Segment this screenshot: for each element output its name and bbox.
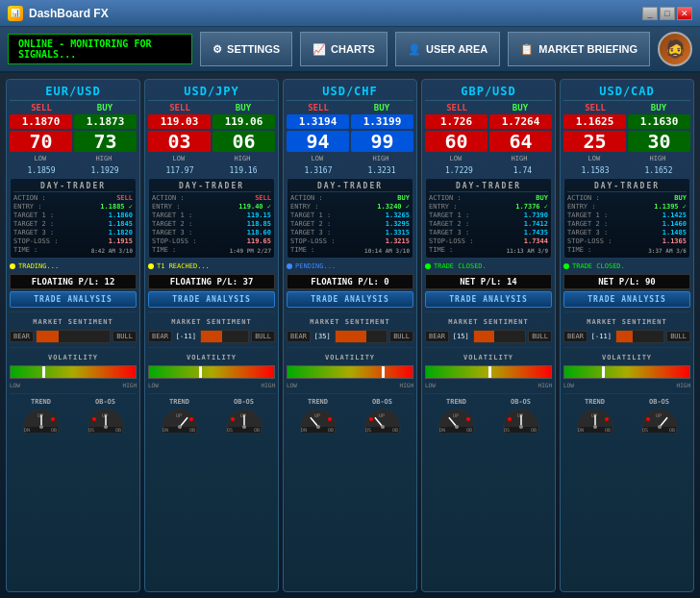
sell-full-price-gbpusd: 1.726 xyxy=(425,114,488,129)
title-bar-left: 📊 DashBoard FX xyxy=(8,6,109,21)
panel-header-gbpusd: GBP/USD xyxy=(425,83,552,101)
trade-analysis-btn-gbpusd[interactable]: TRADE ANALYSIS xyxy=(425,291,552,308)
low-price-gbpusd: 1.7229 xyxy=(445,166,473,175)
status-bar: ONLINE - MONITORING FOR SIGNALS... xyxy=(8,34,192,64)
obos-gauge-eurusd: OB-OS OS UP OB xyxy=(74,398,137,436)
sell-big-usdjpy: 03 xyxy=(148,131,211,152)
price-row-gbpusd: 1.726 1.7264 xyxy=(425,114,552,129)
main-content: EUR/USD SELL BUY 1.1870 1.1873 70 73 LOW… xyxy=(0,73,700,598)
buy-full-price-usdchf: 1.3199 xyxy=(351,114,413,129)
low-price-usdchf: 1.3167 xyxy=(305,166,333,175)
svg-point-33 xyxy=(316,425,320,429)
svg-text:OS: OS xyxy=(504,427,510,433)
price-row-usdchf: 1.3194 1.3199 xyxy=(287,114,413,129)
window-controls[interactable]: _ □ ✕ xyxy=(642,7,692,20)
panel-header-eurusd: EUR/USD xyxy=(10,83,137,101)
panel-usdcad: USD/CAD SELL BUY 1.1625 1.1630 25 30 LOW… xyxy=(560,79,694,592)
day-trader-usdchf: DAY-TRADER ACTION : BUY ENTRY : 1.3240 ✓… xyxy=(287,178,413,259)
trade-analysis-btn-usdjpy[interactable]: TRADE ANALYSIS xyxy=(148,291,275,308)
big-price-row-usdcad: 25 30 xyxy=(563,131,690,152)
trade-analysis-btn-usdcad[interactable]: TRADE ANALYSIS xyxy=(563,291,690,308)
trend-gauge-gbpusd: TREND DN UP OB xyxy=(425,398,488,436)
svg-text:OS: OS xyxy=(365,427,371,433)
gauges-row-usdchf: TREND DN UP OB OB-OS OS xyxy=(287,398,413,436)
floating-pl-usdcad: NET P/L: 90 xyxy=(563,274,690,289)
settings-button[interactable]: ⚙ SETTINGS xyxy=(200,32,292,66)
buy-full-price-usdcad: 1.1630 xyxy=(628,114,690,129)
svg-point-5 xyxy=(39,425,43,429)
svg-point-13 xyxy=(92,417,96,421)
minimize-button[interactable]: _ xyxy=(642,7,658,20)
svg-point-61 xyxy=(593,425,597,429)
avatar: 🧔 xyxy=(658,32,692,66)
low-high-row-gbpusd: LOW HIGH xyxy=(425,154,552,163)
panel-header-usdcad: USD/CAD xyxy=(563,83,690,101)
svg-text:UP: UP xyxy=(517,412,523,418)
bear-bull-row-usdcad: BEAR [-11] BULL xyxy=(563,330,690,343)
status-indicator-usdjpy: T1 REACHED... xyxy=(148,261,275,272)
buy-full-price-gbpusd: 1.7264 xyxy=(489,114,552,129)
gauges-row-usdjpy: TREND DN UP OB OB-OS OS xyxy=(148,398,275,436)
svg-text:OS: OS xyxy=(88,427,94,433)
svg-text:UP: UP xyxy=(314,412,320,418)
buy-big-gbpusd: 64 xyxy=(489,131,552,152)
close-button[interactable]: ✕ xyxy=(677,7,692,20)
svg-text:DN: DN xyxy=(439,427,445,433)
panel-eurusd: EUR/USD SELL BUY 1.1870 1.1873 70 73 LOW… xyxy=(6,79,140,592)
trend-gauge-usdjpy: TREND DN UP OB xyxy=(148,398,211,436)
bear-bull-row-usdchf: BEAR [35] BULL xyxy=(287,330,413,343)
status-indicator-usdchf: PENDING... xyxy=(287,261,413,272)
svg-point-34 xyxy=(328,417,332,421)
briefing-icon: 📋 xyxy=(520,43,534,56)
floating-pl-gbpusd: NET P/L: 14 xyxy=(425,274,552,289)
day-trader-gbpusd: DAY-TRADER ACTION : BUY ENTRY : 1.7376 ✓… xyxy=(425,178,552,259)
gauges-row-eurusd: TREND DN UP OB OB-OS OS xyxy=(10,398,137,436)
sell-big-eurusd: 70 xyxy=(10,131,72,152)
status-indicator-eurusd: TRADING... xyxy=(10,261,137,272)
volatility-bar-gbpusd xyxy=(425,365,552,379)
panel-header-usdchf: USD/CHF xyxy=(287,83,413,101)
sell-buy-labels-usdchf: SELL BUY xyxy=(287,103,413,112)
sell-full-price-usdjpy: 119.03 xyxy=(148,114,211,129)
svg-point-55 xyxy=(508,417,512,421)
volatility-title-usdjpy: VOLATILITY xyxy=(148,352,275,363)
top-nav: ONLINE - MONITORING FOR SIGNALS... ⚙ SET… xyxy=(0,27,700,73)
bear-bull-row-gbpusd: BEAR [15] BULL xyxy=(425,330,552,343)
svg-point-20 xyxy=(189,417,193,421)
maximize-button[interactable]: □ xyxy=(660,7,675,20)
volatility-title-usdcad: VOLATILITY xyxy=(563,352,690,363)
buy-big-eurusd: 73 xyxy=(74,131,137,152)
trade-analysis-btn-eurusd[interactable]: TRADE ANALYSIS xyxy=(10,291,137,308)
svg-point-27 xyxy=(231,417,235,421)
svg-text:OB: OB xyxy=(669,427,675,433)
panel-gbpusd: GBP/USD SELL BUY 1.726 1.7264 60 64 LOW … xyxy=(421,79,556,592)
app-title: DashBoard FX xyxy=(29,7,109,20)
svg-point-62 xyxy=(605,417,609,421)
charts-button[interactable]: 📈 CHARTS xyxy=(300,32,388,66)
svg-text:UP: UP xyxy=(176,412,182,418)
app-icon: 📊 xyxy=(8,6,23,21)
high-price-usdcad: 1.1652 xyxy=(645,166,673,175)
buy-full-price-eurusd: 1.1873 xyxy=(74,114,137,129)
svg-point-54 xyxy=(519,425,523,429)
svg-point-47 xyxy=(455,425,459,429)
price-row-eurusd: 1.1870 1.1873 xyxy=(10,114,137,129)
buy-big-usdjpy: 06 xyxy=(212,131,275,152)
obos-gauge-usdcad: OB-OS OS UP OB xyxy=(628,398,690,436)
market-briefing-button[interactable]: 📋 MARKET BRIEFING xyxy=(508,32,650,66)
panel-usdchf: USD/CHF SELL BUY 1.3194 1.3199 94 99 LOW… xyxy=(283,79,417,592)
low-high-row-usdchf: LOW HIGH xyxy=(287,154,413,163)
svg-text:OB: OB xyxy=(189,427,195,433)
sell-big-usdcad: 25 xyxy=(563,131,626,152)
market-sentiment-title-eurusd: MARKET SENTIMENT xyxy=(10,316,137,328)
sell-buy-labels-usdcad: SELL BUY xyxy=(563,103,690,112)
svg-text:OB: OB xyxy=(254,427,260,433)
svg-text:OB: OB xyxy=(531,427,537,433)
gauges-row-gbpusd: TREND DN UP OB OB-OS OS xyxy=(425,398,552,436)
trade-analysis-btn-usdchf[interactable]: TRADE ANALYSIS xyxy=(287,291,413,308)
svg-text:UP: UP xyxy=(38,412,43,418)
svg-point-26 xyxy=(242,425,246,429)
user-icon: 👤 xyxy=(408,43,421,56)
floating-pl-usdjpy: FLOATING P/L: 37 xyxy=(148,274,275,289)
user-area-button[interactable]: 👤 USER AREA xyxy=(395,32,500,66)
